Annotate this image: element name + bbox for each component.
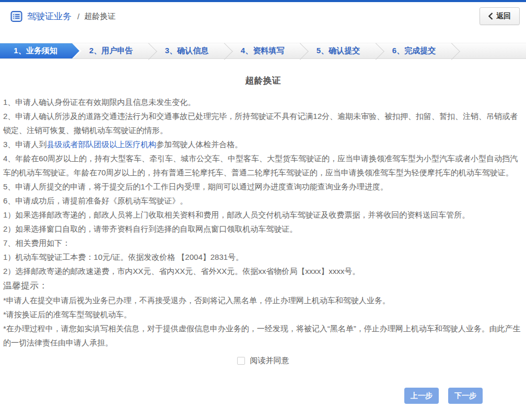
text-segment: 7、相关费用如下： [3,238,70,247]
step-label: 1、业务须知 [14,46,67,56]
breadcrumb-current: 超龄换证 [84,11,115,21]
step-6[interactable]: 6、完成提交 [376,43,452,58]
text-segment: *在办理过程中，请您如实填写相关信息，对于提供虚假信息申办业务的，一经发现，将被… [3,324,521,347]
chevron-left-icon [488,13,493,20]
notice-paragraph: 6、申请成功后，请提前准备好《原机动车驾驶证》。 [3,194,523,208]
text-segment: 2、申请人确认所涉及的道路交通违法行为和交通事故已处理完毕，所持驾驶证不具有记满… [3,112,518,135]
agree-label: 阅读并同意 [250,356,289,366]
header: 驾驶证业务 / 超龄换证 返回 [0,2,526,30]
notice-paragraph: 5、申请人所提交的申请，将于提交后的1个工作日内受理，期间可以通过网办进度查询功… [3,179,523,194]
medical-org-link[interactable]: 县级或者部队团级以上医疗机构 [46,140,156,149]
text-segment: 1）如果选择邮政寄递的，邮政人员将上门收取相关资料和费用，邮政人员交付机动车驾驶… [3,210,470,219]
step-label: 6、完成提交 [392,46,436,56]
agree-checkbox[interactable] [237,357,245,365]
agree-row: 阅读并同意 [3,356,523,366]
notice-paragraph: 4、年龄在60周岁以上的，持有大型客车、牵引车、城市公交车、中型客车、大型货车驾… [3,151,523,179]
notice-paragraph: 3、申请人到县级或者部队团级以上医疗机构参加驾驶人体检并合格。 [3,137,523,151]
text-segment: 1、申请人确认身份证在有效期限内且信息未发生变化。 [3,98,195,106]
text-segment: 2）选择邮政寄递的邮政速递费，市内XX元、省内XX元、省外XX元。依据xx省物价… [3,267,360,275]
text-segment: 5、申请人所提交的申请，将于提交后的1个工作日内受理，期间可以通过网办进度查询功… [3,182,388,191]
notice-paragraph: *申请人在提交申请后视为业务已办理，不再接受退办，否则将记入黑名单，停止办理网上… [3,293,523,307]
breadcrumb-separator: / [77,12,79,21]
notice-paragraph: 1、申请人确认身份证在有效期限内且信息未发生变化。 [3,95,523,109]
previous-step-button[interactable]: 上一步 [404,388,439,404]
list-icon [10,10,22,22]
step-5[interactable]: 5、确认提交 [300,43,376,58]
notice-paragraph: 2）选择邮政寄递的邮政速递费，市内XX元、省内XX元、省外XX元。依据xx省物价… [3,264,523,278]
notice-text: 1、申请人确认身份证在有效期限内且信息未发生变化。2、申请人确认所涉及的道路交通… [3,95,523,350]
notice-paragraph: 1）机动车驾驶证工本费：10元/证。依据发改价格 【2004】2831号。 [3,250,523,264]
page: 驾驶证业务 / 超龄换证 返回 1、业务须知2、用户申告3、确认信息4、资料填写… [0,0,526,420]
breadcrumb-section[interactable]: 驾驶证业务 [27,10,72,22]
step-2[interactable]: 2、用户申告 [73,43,149,58]
steps-bar: 1、业务须知2、用户申告3、确认信息4、资料填写5、确认提交6、完成提交 [0,43,526,59]
notice-paragraph: 7、相关费用如下： [3,236,523,250]
back-button[interactable]: 返回 [480,7,520,25]
notice-paragraph: *请按换证后的准驾车型驾驶机动车。 [3,307,523,321]
content: 超龄换证 1、申请人确认身份证在有效期限内且信息未发生变化。2、申请人确认所涉及… [0,75,526,404]
text-segment: *申请人在提交申请后视为业务已办理，不再接受退办，否则将记入黑名单，停止办理网上… [3,296,390,305]
step-label: 3、确认信息 [165,46,208,56]
footer-actions: 上一步 下一步 [3,388,523,404]
text-segment: 6、申请成功后，请提前准备好《原机动车驾驶证》。 [3,196,188,205]
tip-title: 温馨提示： [3,278,523,293]
text-segment: 4、年龄在60周岁以上的，持有大型客车、牵引车、城市公交车、中型客车、大型货车驾… [3,154,518,177]
text-segment: 3、申请人到 [3,140,46,149]
notice-paragraph: 1）如果选择邮政寄递的，邮政人员将上门收取相关资料和费用，邮政人员交付机动车驾驶… [3,208,523,222]
next-step-button[interactable]: 下一步 [448,388,483,404]
step-3[interactable]: 3、确认信息 [149,43,225,58]
breadcrumb: 驾驶证业务 / 超龄换证 [10,10,115,22]
text-segment: 参加驾驶人体检并合格。 [156,140,242,149]
notice-paragraph: *在办理过程中，请您如实填写相关信息，对于提供虚假信息申办业务的，一经发现，将被… [3,321,523,350]
step-4[interactable]: 4、资料填写 [225,43,300,58]
text-segment: 温馨提示： [3,281,48,291]
notice-paragraph: 2）如果选择窗口自取的，请带齐资料自行到选择的自取网点窗口领取机动车驾驶证。 [3,222,523,236]
text-segment: 1）机动车驾驶证工本费：10元/证。依据发改价格 【2004】2831号。 [3,253,243,261]
step-1-active[interactable]: 1、业务须知 [0,43,81,58]
page-title: 超龄换证 [3,75,523,87]
step-label: 5、确认提交 [317,46,360,56]
step-label: 4、资料填写 [241,46,284,56]
step-label: 2、用户申告 [89,46,133,56]
notice-paragraph: 2、申请人确认所涉及的道路交通违法行为和交通事故已处理完毕，所持驾驶证不具有记满… [3,109,523,137]
text-segment: 2）如果选择窗口自取的，请带齐资料自行到选择的自取网点窗口领取机动车驾驶证。 [3,224,297,233]
text-segment: *请按换证后的准驾车型驾驶机动车。 [3,310,132,319]
back-button-label: 返回 [496,11,511,21]
